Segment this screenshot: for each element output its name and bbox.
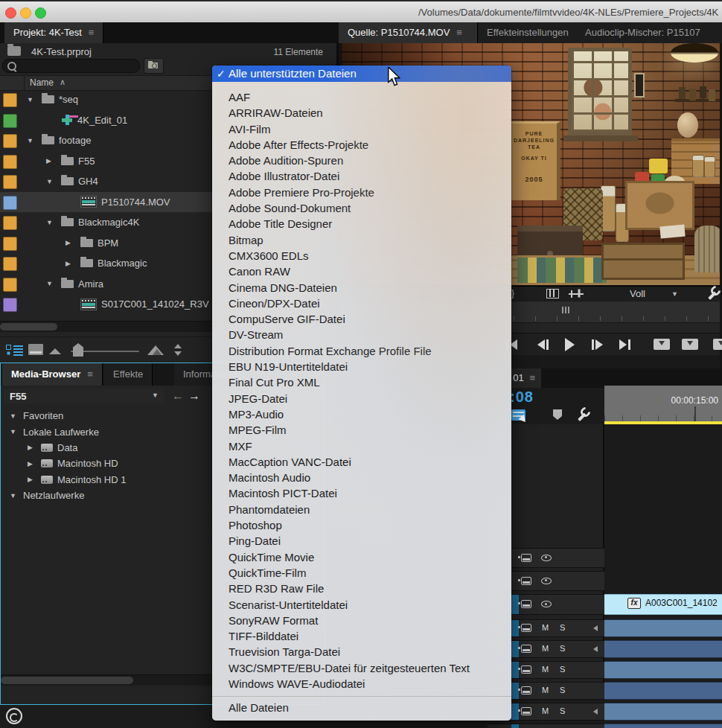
audio-track[interactable]: M S [488,724,722,728]
track-target-icon[interactable] [521,600,531,608]
scrollbar-thumb[interactable] [0,323,57,331]
menu-item[interactable]: Scenarist-Untertiteldatei [212,597,511,613]
solo-button[interactable]: S [560,706,565,715]
mute-button[interactable]: M [542,623,549,632]
menu-item[interactable]: Bitmap [212,232,511,248]
menu-item[interactable]: Distribution Format Exchange Profile Fil… [212,343,511,359]
zoom-level-select[interactable]: Voll [630,288,645,299]
menu-item[interactable]: DV-Stream [212,327,511,342]
solo-button[interactable]: S [560,686,565,695]
menu-item[interactable]: Macintosh PICT-Datei [212,485,511,501]
disclosure-triangle[interactable]: ▶ [66,260,76,267]
menu-item[interactable]: Cinema DNG-Dateien [212,280,511,296]
track-target-bar[interactable] [511,595,519,614]
track-visibility-eye-icon[interactable] [541,578,552,584]
panel-menu-icon[interactable]: ≡ [89,27,95,38]
menu-item[interactable]: ARRIRAW-Dateien [212,105,511,121]
menu-item[interactable]: QuickTime Movie [212,549,511,565]
menu-item[interactable]: Adobe After Effects-Projekte [212,137,511,153]
track-target-icon[interactable] [521,624,531,632]
traffic-light-zoom[interactable] [35,7,46,19]
menu-item[interactable]: Photoshop [212,517,511,533]
audio-track[interactable]: M S [488,682,722,700]
menu-item[interactable]: Macintosh Audio [212,470,511,485]
menu-item[interactable]: MPEG-Film [212,422,511,438]
menu-item[interactable]: JPEG-Datei [212,391,511,406]
disclosure-triangle[interactable]: ▼ [10,428,19,435]
marker-icon[interactable] [553,409,562,420]
playhead-grip[interactable] [562,307,570,313]
panel-menu-icon[interactable]: ≡ [87,368,93,380]
pan-arrow-icon[interactable] [593,646,598,652]
audio-clip[interactable] [604,703,722,721]
disclosure-triangle[interactable]: ▶ [28,460,36,467]
track-target-bar[interactable] [511,662,519,678]
track-target-icon[interactable] [521,686,531,695]
menu-item[interactable]: Windows WAVE-Audiodatei [212,676,511,692]
disclosure-triangle[interactable]: ▼ [10,492,19,499]
disclosure-triangle[interactable]: ▼ [27,137,37,144]
settings-wrench-icon[interactable] [706,287,718,301]
step-forward-button[interactable] [592,338,603,351]
audio-track[interactable]: M S [488,640,722,658]
disclosure-triangle[interactable]: ▼ [10,412,19,420]
audio-clip[interactable] [604,682,722,700]
disclosure-triangle[interactable]: ▼ [46,219,57,226]
sort-ascending-icon[interactable]: ∧ [60,77,66,87]
creative-cloud-icon[interactable] [6,708,22,724]
zoom-out-icon[interactable] [49,348,61,354]
audio-clip[interactable] [604,661,722,679]
solo-button[interactable]: S [560,665,565,674]
mute-button[interactable]: M [542,644,549,653]
sort-order-icon[interactable] [173,344,182,356]
disclosure-triangle[interactable]: ▶ [66,239,76,246]
disclosure-triangle[interactable]: ▶ [46,157,57,165]
scrollbar-thumb[interactable] [1,677,133,684]
menu-item-alle-dateien[interactable]: Alle Dateien [212,700,511,715]
go-to-out-button[interactable] [619,338,630,351]
menu-item[interactable]: Adobe Sound-Dokument [212,200,511,216]
track-target-icon[interactable] [521,665,531,674]
menu-item[interactable]: Cineon/DPX-Datei [212,296,511,311]
audio-track[interactable]: M S [488,703,722,721]
disclosure-triangle[interactable]: ▶ [28,444,36,451]
timeline-timecode[interactable]: :08 [510,389,534,406]
tab-media-browser[interactable]: Media-Browser≡ [2,363,103,386]
track-target-bar[interactable] [511,641,519,657]
menu-item[interactable]: Final Cut Pro XML [212,374,511,390]
tab-effekte[interactable]: Effekte [104,363,153,386]
audio-clip[interactable] [604,724,722,728]
thumbnail-view-icon[interactable] [28,344,43,355]
mute-button[interactable]: M [542,665,549,674]
traffic-light-minimize[interactable] [20,7,31,19]
search-bin-button[interactable] [144,58,164,74]
directory-dropdown[interactable]: F55 ▼ [4,389,163,403]
nest-sequences-icon[interactable] [511,409,525,421]
drag-audio-icon[interactable] [569,290,584,298]
menu-item[interactable]: CMX3600 EDLs [212,248,511,264]
menu-item-selected[interactable]: ✓ Alle unterstützten Dateien [212,66,511,82]
track-target-icon[interactable] [521,645,531,653]
tab-quelle[interactable]: Quelle: P1510744.MOV≡ [339,22,478,43]
column-header-name[interactable]: Name [30,77,54,88]
menu-item[interactable]: Ping-Datei [212,533,511,549]
tab-projekt[interactable]: Projekt: 4K-Test≡ [4,22,103,43]
video-track-v3[interactable] [488,548,722,568]
track-target-icon[interactable] [521,577,531,585]
menu-item[interactable]: MacCaption VANC-Datei [212,454,511,470]
disclosure-triangle[interactable]: ▶ [28,476,36,483]
menu-item[interactable]: AAF [212,89,511,105]
track-target-bar[interactable] [511,620,519,636]
menu-item[interactable]: QuickTime-Film [212,565,511,581]
list-view-icon[interactable] [6,344,24,356]
panel-menu-icon[interactable]: ≡ [456,27,462,38]
video-track-v2[interactable] [488,571,722,591]
timeline-ruler[interactable]: 00:00:15:00 [604,386,722,421]
video-track-v1[interactable]: fx A003C001_14102 [488,594,722,615]
search-input[interactable] [2,59,140,73]
traffic-light-close[interactable] [5,7,16,19]
overwrite-button[interactable] [682,339,698,350]
audio-clip[interactable] [604,640,722,658]
output-bracket-icon[interactable]: } [511,288,514,298]
track-target-icon[interactable] [521,707,531,715]
